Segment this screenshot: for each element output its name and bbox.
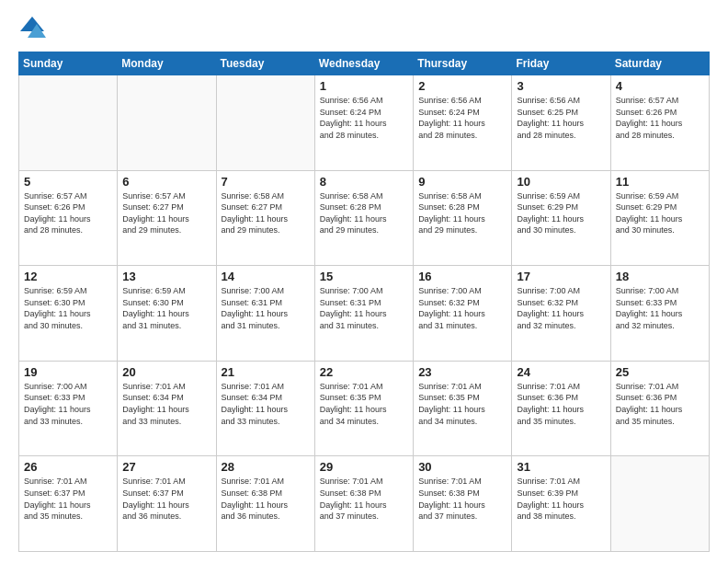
calendar-cell: [19, 75, 118, 171]
day-number: 27: [122, 460, 210, 474]
day-info: Sunrise: 7:00 AM Sunset: 6:32 PM Dayligh…: [517, 285, 605, 331]
day-number: 25: [616, 365, 704, 379]
day-number: 12: [24, 270, 112, 283]
calendar-cell: 24Sunrise: 7:01 AM Sunset: 6:36 PM Dayli…: [512, 361, 610, 456]
day-number: 26: [24, 460, 112, 474]
day-number: 18: [616, 270, 704, 283]
calendar-cell: 21Sunrise: 7:01 AM Sunset: 6:34 PM Dayli…: [216, 361, 314, 456]
day-info: Sunrise: 7:01 AM Sunset: 6:36 PM Dayligh…: [616, 381, 704, 427]
day-info: Sunrise: 6:58 AM Sunset: 6:27 PM Dayligh…: [222, 190, 310, 236]
day-info: Sunrise: 7:01 AM Sunset: 6:34 PM Dayligh…: [122, 381, 210, 427]
calendar-cell: 4Sunrise: 6:57 AM Sunset: 6:26 PM Daylig…: [610, 75, 709, 171]
day-number: 7: [222, 175, 310, 189]
calendar-cell: 5Sunrise: 6:57 AM Sunset: 6:26 PM Daylig…: [19, 170, 118, 266]
day-number: 15: [320, 270, 408, 283]
day-number: 14: [222, 270, 310, 283]
calendar-cell: 17Sunrise: 7:00 AM Sunset: 6:32 PM Dayli…: [512, 266, 610, 362]
day-info: Sunrise: 6:59 AM Sunset: 6:29 PM Dayligh…: [517, 190, 605, 236]
header: [18, 15, 710, 42]
calendar-cell: 28Sunrise: 7:01 AM Sunset: 6:38 PM Dayli…: [216, 456, 314, 552]
calendar-cell: 7Sunrise: 6:58 AM Sunset: 6:27 PM Daylig…: [216, 170, 314, 266]
calendar-cell: 2Sunrise: 6:56 AM Sunset: 6:24 PM Daylig…: [414, 75, 512, 171]
day-info: Sunrise: 6:58 AM Sunset: 6:28 PM Dayligh…: [320, 190, 408, 236]
day-number: 17: [517, 270, 605, 283]
calendar-cell: 19Sunrise: 7:00 AM Sunset: 6:33 PM Dayli…: [19, 361, 118, 456]
day-number: 13: [122, 270, 210, 283]
day-info: Sunrise: 7:01 AM Sunset: 6:35 PM Dayligh…: [418, 381, 506, 427]
day-info: Sunrise: 6:59 AM Sunset: 6:29 PM Dayligh…: [616, 190, 704, 236]
day-number: 9: [418, 175, 506, 189]
calendar-week-1: 5Sunrise: 6:57 AM Sunset: 6:26 PM Daylig…: [19, 170, 710, 266]
calendar-table: SundayMondayTuesdayWednesdayThursdayFrid…: [18, 52, 710, 552]
day-info: Sunrise: 7:01 AM Sunset: 6:37 PM Dayligh…: [122, 476, 210, 522]
calendar-header-row: SundayMondayTuesdayWednesdayThursdayFrid…: [19, 52, 710, 75]
calendar-cell: 30Sunrise: 7:01 AM Sunset: 6:38 PM Dayli…: [414, 456, 512, 552]
calendar-cell: 6Sunrise: 6:57 AM Sunset: 6:27 PM Daylig…: [118, 170, 216, 266]
day-info: Sunrise: 7:01 AM Sunset: 6:38 PM Dayligh…: [418, 476, 506, 522]
day-number: 8: [320, 175, 408, 189]
calendar-cell: 16Sunrise: 7:00 AM Sunset: 6:32 PM Dayli…: [414, 266, 512, 362]
day-info: Sunrise: 7:01 AM Sunset: 6:34 PM Dayligh…: [222, 381, 310, 427]
calendar-cell: 10Sunrise: 6:59 AM Sunset: 6:29 PM Dayli…: [512, 170, 610, 266]
day-number: 21: [222, 365, 310, 379]
day-number: 24: [517, 365, 605, 379]
day-info: Sunrise: 6:57 AM Sunset: 6:26 PM Dayligh…: [616, 95, 704, 141]
calendar-cell: 12Sunrise: 6:59 AM Sunset: 6:30 PM Dayli…: [19, 266, 118, 362]
day-info: Sunrise: 7:00 AM Sunset: 6:32 PM Dayligh…: [418, 285, 506, 331]
day-number: 10: [517, 175, 605, 189]
day-number: 22: [320, 365, 408, 379]
calendar-cell: 25Sunrise: 7:01 AM Sunset: 6:36 PM Dayli…: [610, 361, 709, 456]
day-info: Sunrise: 7:01 AM Sunset: 6:36 PM Dayligh…: [517, 381, 605, 427]
weekday-header-wednesday: Wednesday: [314, 52, 413, 75]
day-info: Sunrise: 7:00 AM Sunset: 6:31 PM Dayligh…: [222, 285, 310, 331]
day-info: Sunrise: 7:00 AM Sunset: 6:33 PM Dayligh…: [24, 381, 112, 427]
calendar-week-0: 1Sunrise: 6:56 AM Sunset: 6:24 PM Daylig…: [19, 75, 710, 171]
calendar-cell: 20Sunrise: 7:01 AM Sunset: 6:34 PM Dayli…: [118, 361, 216, 456]
day-number: 5: [24, 175, 112, 189]
day-number: 3: [517, 79, 605, 93]
calendar-cell: 23Sunrise: 7:01 AM Sunset: 6:35 PM Dayli…: [414, 361, 512, 456]
day-info: Sunrise: 7:01 AM Sunset: 6:37 PM Dayligh…: [24, 476, 112, 522]
day-info: Sunrise: 6:58 AM Sunset: 6:28 PM Dayligh…: [418, 190, 506, 236]
day-info: Sunrise: 6:56 AM Sunset: 6:25 PM Dayligh…: [517, 95, 605, 141]
day-info: Sunrise: 6:57 AM Sunset: 6:26 PM Dayligh…: [24, 190, 112, 236]
calendar-cell: 13Sunrise: 6:59 AM Sunset: 6:30 PM Dayli…: [118, 266, 216, 362]
day-info: Sunrise: 7:00 AM Sunset: 6:31 PM Dayligh…: [320, 285, 408, 331]
logo: [18, 15, 50, 42]
calendar-cell: 1Sunrise: 6:56 AM Sunset: 6:24 PM Daylig…: [314, 75, 413, 171]
day-number: 2: [418, 79, 506, 93]
calendar-cell: 27Sunrise: 7:01 AM Sunset: 6:37 PM Dayli…: [118, 456, 216, 552]
weekday-header-tuesday: Tuesday: [216, 52, 314, 75]
day-number: 1: [320, 79, 408, 93]
calendar-cell: 3Sunrise: 6:56 AM Sunset: 6:25 PM Daylig…: [512, 75, 610, 171]
calendar-cell: 18Sunrise: 7:00 AM Sunset: 6:33 PM Dayli…: [610, 266, 709, 362]
calendar-cell: 31Sunrise: 7:01 AM Sunset: 6:39 PM Dayli…: [512, 456, 610, 552]
page: SundayMondayTuesdayWednesdayThursdayFrid…: [0, 0, 728, 563]
day-info: Sunrise: 6:59 AM Sunset: 6:30 PM Dayligh…: [24, 285, 112, 331]
calendar-week-3: 19Sunrise: 7:00 AM Sunset: 6:33 PM Dayli…: [19, 361, 710, 456]
calendar-cell: 11Sunrise: 6:59 AM Sunset: 6:29 PM Dayli…: [610, 170, 709, 266]
weekday-header-thursday: Thursday: [414, 52, 512, 75]
day-info: Sunrise: 7:01 AM Sunset: 6:38 PM Dayligh…: [320, 476, 408, 522]
day-number: 6: [122, 175, 210, 189]
day-number: 31: [517, 460, 605, 474]
calendar-cell: [118, 75, 216, 171]
calendar-cell: [216, 75, 314, 171]
calendar-cell: 14Sunrise: 7:00 AM Sunset: 6:31 PM Dayli…: [216, 266, 314, 362]
day-number: 28: [222, 460, 310, 474]
day-info: Sunrise: 7:01 AM Sunset: 6:38 PM Dayligh…: [222, 476, 310, 522]
day-number: 20: [122, 365, 210, 379]
calendar-cell: [610, 456, 709, 552]
calendar-week-4: 26Sunrise: 7:01 AM Sunset: 6:37 PM Dayli…: [19, 456, 710, 552]
day-info: Sunrise: 7:00 AM Sunset: 6:33 PM Dayligh…: [616, 285, 704, 331]
day-number: 23: [418, 365, 506, 379]
day-number: 29: [320, 460, 408, 474]
calendar-week-2: 12Sunrise: 6:59 AM Sunset: 6:30 PM Dayli…: [19, 266, 710, 362]
weekday-header-monday: Monday: [118, 52, 216, 75]
calendar-cell: 9Sunrise: 6:58 AM Sunset: 6:28 PM Daylig…: [414, 170, 512, 266]
day-info: Sunrise: 6:59 AM Sunset: 6:30 PM Dayligh…: [122, 285, 210, 331]
day-number: 19: [24, 365, 112, 379]
day-number: 30: [418, 460, 506, 474]
logo-icon: [18, 15, 46, 42]
calendar-cell: 26Sunrise: 7:01 AM Sunset: 6:37 PM Dayli…: [19, 456, 118, 552]
